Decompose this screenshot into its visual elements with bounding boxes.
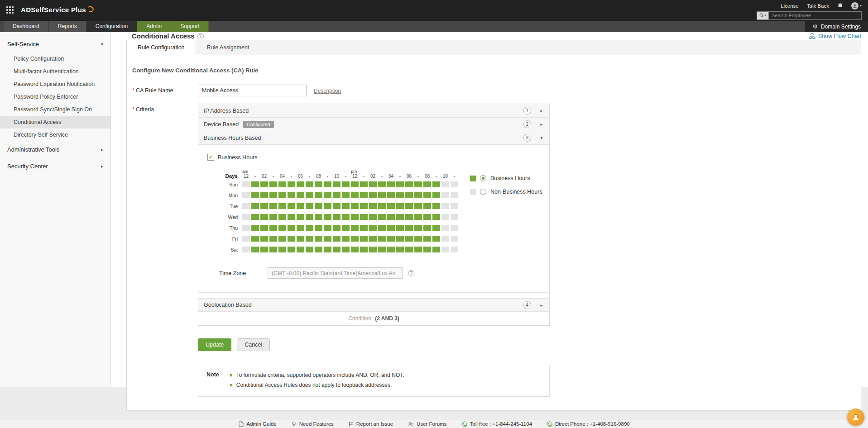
hour-cell[interactable] [269, 181, 277, 187]
hour-cell[interactable] [278, 247, 286, 252]
tab-rule-assignment[interactable]: Rule Assignment [196, 40, 261, 55]
hour-cell[interactable] [432, 225, 440, 231]
hour-cell[interactable] [441, 203, 449, 209]
hour-cell[interactable] [251, 247, 259, 252]
hour-cell[interactable] [423, 203, 431, 209]
sidebar-section-self-service[interactable]: Self-Service▾ [0, 36, 110, 52]
hour-cell[interactable] [242, 247, 250, 252]
hour-cell[interactable] [351, 181, 359, 187]
hour-cell[interactable] [324, 181, 331, 187]
hour-cell[interactable] [288, 225, 295, 231]
hour-cell[interactable] [378, 247, 386, 252]
hour-cell[interactable] [278, 203, 286, 209]
hour-cell[interactable] [405, 236, 413, 242]
hour-cell[interactable] [451, 214, 458, 220]
hour-cell[interactable] [414, 225, 422, 231]
hour-cell[interactable] [369, 214, 377, 220]
hour-cell[interactable] [342, 236, 350, 242]
hour-cell[interactable] [297, 214, 304, 220]
hour-cell[interactable] [251, 214, 259, 220]
hour-cell[interactable] [387, 181, 395, 187]
hour-cell[interactable] [351, 203, 359, 209]
page-help-icon[interactable]: ? [197, 33, 204, 39]
notifications-bell-icon[interactable] [837, 3, 843, 9]
talkback-link[interactable]: Talk Back [807, 3, 829, 9]
description-link[interactable]: Description [314, 85, 341, 96]
hour-cell[interactable] [378, 214, 386, 220]
sidebar-item-password-expiration-notification[interactable]: Password Expiration Notification [0, 78, 110, 90]
hour-cell[interactable] [396, 192, 404, 198]
hour-cell[interactable] [451, 247, 458, 252]
hour-cell[interactable] [315, 214, 322, 220]
hour-cell[interactable] [351, 225, 359, 231]
hour-cell[interactable] [351, 236, 359, 242]
hour-cell[interactable] [242, 225, 250, 231]
hour-cell[interactable] [306, 236, 313, 242]
hour-cell[interactable] [288, 236, 295, 242]
hour-cell[interactable] [333, 192, 340, 198]
hour-cell[interactable] [342, 181, 350, 187]
hour-cell[interactable] [269, 225, 277, 231]
hour-cell[interactable] [324, 225, 331, 231]
accordion-business-hours-based[interactable]: Business Hours Based 3 ▾ [198, 131, 549, 145]
hour-cell[interactable] [269, 214, 277, 220]
hour-cell[interactable] [278, 214, 286, 220]
hour-cell[interactable] [423, 247, 431, 252]
hour-cell[interactable] [333, 225, 340, 231]
hour-cell[interactable] [260, 247, 268, 252]
hour-cell[interactable] [351, 247, 359, 252]
hour-cell[interactable] [441, 214, 449, 220]
sidebar-section-security-center[interactable]: Security Center▸ [0, 158, 110, 175]
hour-cell[interactable] [315, 181, 322, 187]
hour-cell[interactable] [369, 181, 377, 187]
hour-cell[interactable] [351, 192, 359, 198]
user-menu[interactable]: ▾ [851, 2, 862, 10]
sidebar-item-conditional-access[interactable]: Conditional Access [0, 116, 110, 128]
hour-cell[interactable] [260, 192, 268, 198]
hour-cell[interactable] [387, 214, 395, 220]
hour-cell[interactable] [369, 225, 377, 231]
hour-cell[interactable] [324, 247, 331, 252]
accordion-ip-address-based[interactable]: IP Address Based 1 ▸ [198, 104, 549, 118]
hour-cell[interactable] [414, 192, 422, 198]
hour-cell[interactable] [288, 181, 295, 187]
hour-cell[interactable] [333, 236, 340, 242]
hour-cell[interactable] [423, 192, 431, 198]
hour-cell[interactable] [315, 225, 322, 231]
hour-cell[interactable] [242, 203, 250, 209]
nav-tab-configuration[interactable]: Configuration [86, 21, 137, 32]
hour-cell[interactable] [260, 225, 268, 231]
hour-cell[interactable] [432, 247, 440, 252]
footer-link-need-features[interactable]: Need Features [291, 421, 334, 427]
license-link[interactable]: License [781, 3, 799, 9]
hour-cell[interactable] [387, 192, 395, 198]
hour-cell[interactable] [396, 203, 404, 209]
hour-cell[interactable] [297, 181, 304, 187]
hour-cell[interactable] [432, 203, 440, 209]
hour-cell[interactable] [414, 181, 422, 187]
hour-cell[interactable] [288, 247, 295, 252]
hour-cell[interactable] [324, 214, 331, 220]
hour-cell[interactable] [260, 181, 268, 187]
hour-cell[interactable] [441, 225, 449, 231]
hour-cell[interactable] [378, 203, 386, 209]
hour-cell[interactable] [260, 236, 268, 242]
sidebar-item-policy-configuration[interactable]: Policy Configuration [0, 52, 110, 65]
hour-cell[interactable] [360, 214, 368, 220]
hour-cell[interactable] [451, 192, 458, 198]
hour-cell[interactable] [306, 181, 313, 187]
hour-cell[interactable] [414, 203, 422, 209]
hour-cell[interactable] [288, 203, 295, 209]
hour-cell[interactable] [414, 236, 422, 242]
hour-cell[interactable] [342, 214, 350, 220]
hour-cell[interactable] [405, 192, 413, 198]
accordion-device-based[interactable]: Device Based Configured 2 ▸ [198, 118, 549, 131]
hour-cell[interactable] [251, 192, 259, 198]
accordion-geolocation-based[interactable]: Geolocation Based 4 ▸ [198, 298, 549, 312]
hour-cell[interactable] [451, 225, 458, 231]
hour-cell[interactable] [396, 225, 404, 231]
hour-cell[interactable] [432, 181, 440, 187]
hour-cell[interactable] [269, 236, 277, 242]
sidebar-item-multi-factor-authentication[interactable]: Multi-factor Authentication [0, 65, 110, 78]
hour-cell[interactable] [288, 214, 295, 220]
